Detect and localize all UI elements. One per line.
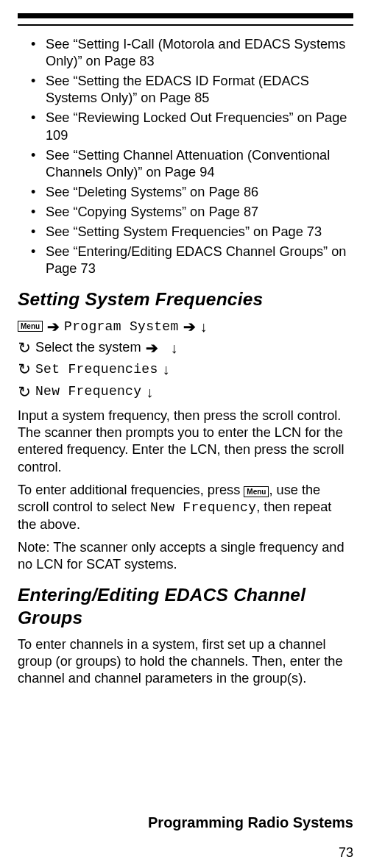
bullet-icon: •: [31, 73, 35, 90]
list-item: •See “Deleting Systems” on Page 86: [31, 184, 353, 201]
list-item: •See “Setting I-Call (Motorola and EDACS…: [31, 36, 353, 70]
inline-new-frequency: New Frequency: [150, 500, 256, 515]
arrow-down-icon: ↓: [163, 362, 170, 377]
ref-text: See “Setting the EDACS ID Format (EDACS …: [46, 74, 309, 105]
ref-text: See “Copying Systems” on Page 87: [46, 204, 258, 219]
note-scat: Note: The scanner only accepts a single …: [18, 539, 353, 573]
menu-key-icon: Menu: [244, 486, 269, 497]
text-fragment: To enter additional frequencies, press: [18, 483, 244, 497]
scroll-icon: ↺: [18, 384, 31, 399]
bullet-icon: •: [31, 147, 35, 164]
ref-text: See “Setting System Frequencies” on Page…: [46, 224, 322, 239]
ref-text: See “Deleting Systems” on Page 86: [46, 185, 258, 199]
list-item: •See “Setting System Frequencies” on Pag…: [31, 224, 353, 241]
bullet-icon: •: [31, 243, 35, 260]
nav-set-frequencies: Set Frequencies: [35, 361, 158, 378]
list-item: •See “Setting Channel Attenuation (Conve…: [31, 147, 353, 181]
nav-path-3: ↺ Set Frequencies ↓: [18, 361, 353, 378]
list-item: •See “Reviewing Locked Out Frequencies” …: [31, 110, 353, 143]
nav-path-1: Menu ➔ Program System ➔ ↓: [18, 319, 353, 335]
bullet-icon: •: [31, 36, 35, 53]
arrow-right-icon: ➔: [146, 341, 158, 355]
bullet-icon: •: [31, 110, 35, 127]
scroll-icon: ↺: [18, 361, 31, 377]
list-item: •See “Setting the EDACS ID Format (EDACS…: [31, 73, 353, 107]
bullet-icon: •: [31, 204, 35, 221]
list-item: •See “Copying Systems” on Page 87: [31, 204, 353, 221]
ref-text: See “Setting I-Call (Motorola and EDACS …: [46, 37, 345, 68]
list-item: •See “Entering/Editing EDACS Channel Gro…: [31, 243, 353, 277]
page-number: 73: [339, 845, 353, 861]
arrow-down-icon: ↓: [171, 341, 178, 355]
arrow-down-icon: ↓: [200, 319, 208, 334]
nav-path-4: ↺ New Frequency ↓: [18, 383, 353, 400]
paragraph-edacs-groups: To enter channels in a system, first set…: [18, 636, 353, 687]
section-heading-setting-system-frequencies: Setting System Frequencies: [18, 288, 353, 310]
bullet-icon: •: [31, 184, 35, 201]
arrow-right-icon: ➔: [47, 319, 60, 334]
arrow-down-icon: ↓: [146, 385, 153, 399]
ref-text: See “Entering/Editing EDACS Channel Grou…: [46, 244, 346, 276]
ref-text: See “Setting Channel Attenuation (Conven…: [46, 148, 330, 179]
section-heading-edacs-groups: Entering/Editing EDACS Channel Groups: [18, 583, 353, 629]
nav-program-system: Program System: [64, 319, 178, 335]
arrow-right-icon: ➔: [183, 319, 196, 334]
nav-new-frequency: New Frequency: [35, 383, 141, 400]
header-thick-rule: [18, 13, 353, 18]
reference-list: •See “Setting I-Call (Motorola and EDACS…: [18, 36, 353, 277]
bullet-icon: •: [31, 224, 35, 241]
paragraph-input-frequency: Input a system frequency, then press the…: [18, 408, 353, 475]
menu-key-icon: Menu: [18, 321, 43, 332]
footer-section-title: Programming Radio Systems: [148, 814, 353, 831]
scroll-icon: ↺: [18, 340, 31, 355]
page-content: •See “Setting I-Call (Motorola and EDACS…: [0, 26, 371, 688]
nav-path-2: ↺ Select the system ➔ ↓: [18, 339, 353, 356]
ref-text: See “Reviewing Locked Out Frequencies” o…: [46, 110, 347, 142]
paragraph-additional-frequencies: To enter additional frequencies, press M…: [18, 482, 353, 533]
nav-select-system: Select the system: [35, 339, 141, 356]
